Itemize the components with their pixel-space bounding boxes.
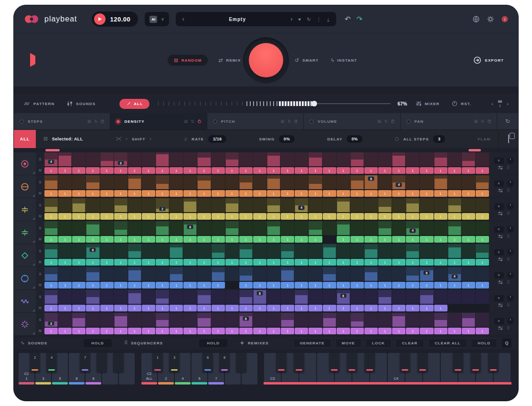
density-step[interactable] xyxy=(156,313,170,327)
m-step[interactable]: 1 xyxy=(392,167,405,174)
m-step[interactable]: 1 xyxy=(197,259,211,266)
density-step[interactable] xyxy=(378,175,392,189)
m-step[interactable]: 1 xyxy=(476,236,489,243)
m-step[interactable]: 1 xyxy=(434,236,447,243)
m-step[interactable]: 1 xyxy=(351,213,364,220)
density-step[interactable] xyxy=(100,198,114,212)
m-step[interactable]: 1 xyxy=(281,213,294,220)
density-step[interactable] xyxy=(156,290,170,304)
tab-enable-dot[interactable] xyxy=(20,119,24,124)
density-step[interactable] xyxy=(114,198,128,212)
black-key[interactable] xyxy=(294,353,304,372)
density-step[interactable] xyxy=(72,290,86,304)
density-step[interactable] xyxy=(128,221,142,235)
density-step[interactable] xyxy=(323,221,337,235)
density-step[interactable] xyxy=(406,290,420,304)
track-resize-handle[interactable] xyxy=(32,309,35,311)
m-step[interactable]: 1 xyxy=(267,167,280,174)
black-key[interactable]: 2 xyxy=(30,353,40,372)
track-knob[interactable] xyxy=(507,272,514,278)
density-step[interactable] xyxy=(239,267,253,281)
density-step[interactable] xyxy=(86,221,100,235)
power-icon[interactable] xyxy=(198,120,201,123)
power-icon[interactable] xyxy=(391,120,394,123)
m-step[interactable]: 1 xyxy=(86,259,99,266)
density-step[interactable]: 4 xyxy=(44,152,58,166)
m-step[interactable]: 1 xyxy=(295,282,308,288)
preset-next-button[interactable]: › xyxy=(291,16,293,22)
m-step[interactable]: 1 xyxy=(225,305,239,311)
density-step[interactable] xyxy=(100,290,114,304)
density-step[interactable] xyxy=(281,290,295,304)
density-step[interactable]: 4 xyxy=(295,198,309,212)
m-step[interactable]: 1 xyxy=(420,213,433,220)
density-step[interactable] xyxy=(281,221,295,235)
black-key[interactable] xyxy=(488,353,499,372)
m-step[interactable]: 1 xyxy=(420,259,433,266)
density-step[interactable] xyxy=(58,313,72,327)
density-step[interactable] xyxy=(58,290,72,304)
black-key[interactable]: 6 xyxy=(202,353,213,372)
density-step[interactable] xyxy=(295,175,309,189)
density-step[interactable] xyxy=(128,267,142,281)
dice-icon[interactable]: ⚄ xyxy=(281,119,285,124)
density-step[interactable] xyxy=(378,198,392,212)
density-step[interactable] xyxy=(239,221,253,235)
m-step[interactable]: 1 xyxy=(323,167,336,174)
m-step[interactable]: 1 xyxy=(72,213,85,220)
density-step[interactable] xyxy=(170,313,183,327)
m-step[interactable]: 1 xyxy=(183,328,197,334)
density-step[interactable] xyxy=(58,152,72,166)
track-mixer-icon[interactable] xyxy=(498,280,503,285)
density-step[interactable] xyxy=(212,244,225,258)
redo-button[interactable]: ↷ xyxy=(356,15,362,23)
density-step[interactable] xyxy=(434,175,448,189)
density-step[interactable] xyxy=(476,221,489,235)
m-step[interactable]: 1 xyxy=(309,167,322,174)
m-step[interactable]: 1 xyxy=(239,305,253,311)
m-step[interactable]: 1 xyxy=(476,213,489,220)
track-resize-handle[interactable] xyxy=(32,171,35,174)
m-step[interactable]: 1 xyxy=(364,328,378,334)
action-generate-button[interactable]: GENERATE xyxy=(293,339,331,348)
density-step[interactable] xyxy=(44,290,58,304)
undo-button[interactable]: ↶ xyxy=(345,15,351,23)
m-step[interactable]: 1 xyxy=(323,282,336,288)
m-step[interactable]: 1 xyxy=(72,328,85,334)
track-mute-button[interactable]: × xyxy=(494,181,504,187)
density-step[interactable] xyxy=(58,221,72,235)
m-step[interactable]: 1 xyxy=(212,190,225,197)
density-step[interactable] xyxy=(295,152,309,166)
track-drag-handle[interactable]: ⠿ xyxy=(507,280,510,285)
density-step[interactable] xyxy=(170,152,183,166)
density-step[interactable]: 8 xyxy=(364,175,378,189)
m-step[interactable]: 1 xyxy=(448,259,461,266)
m-step[interactable]: 1 xyxy=(239,282,253,288)
density-step[interactable] xyxy=(128,198,142,212)
m-step[interactable]: 1 xyxy=(476,282,489,288)
density-step[interactable] xyxy=(406,175,420,189)
track-mixer-icon[interactable] xyxy=(498,211,503,216)
density-step[interactable] xyxy=(253,313,267,327)
m-step[interactable]: 1 xyxy=(434,282,447,288)
loop-marker-start[interactable] xyxy=(45,149,60,151)
m-step[interactable]: 1 xyxy=(114,282,128,288)
density-step[interactable] xyxy=(392,198,406,212)
density-step[interactable] xyxy=(448,152,462,166)
m-step[interactable]: 1 xyxy=(253,167,266,174)
track-mixer-icon[interactable] xyxy=(498,326,503,331)
m-step[interactable]: 1 xyxy=(225,213,239,220)
black-key[interactable] xyxy=(453,353,463,372)
density-step[interactable] xyxy=(295,267,309,281)
density-step[interactable] xyxy=(267,175,281,189)
density-step[interactable] xyxy=(170,198,183,212)
density-step[interactable] xyxy=(183,313,197,327)
density-step[interactable]: 8 xyxy=(253,290,267,304)
density-step[interactable] xyxy=(378,244,392,258)
m-step[interactable]: 1 xyxy=(212,167,225,174)
m-step[interactable]: 1 xyxy=(323,305,336,311)
density-step[interactable] xyxy=(434,267,448,281)
m-step[interactable]: 1 xyxy=(448,282,461,288)
density-step[interactable] xyxy=(239,290,253,304)
m-step[interactable]: 1 xyxy=(253,282,266,288)
